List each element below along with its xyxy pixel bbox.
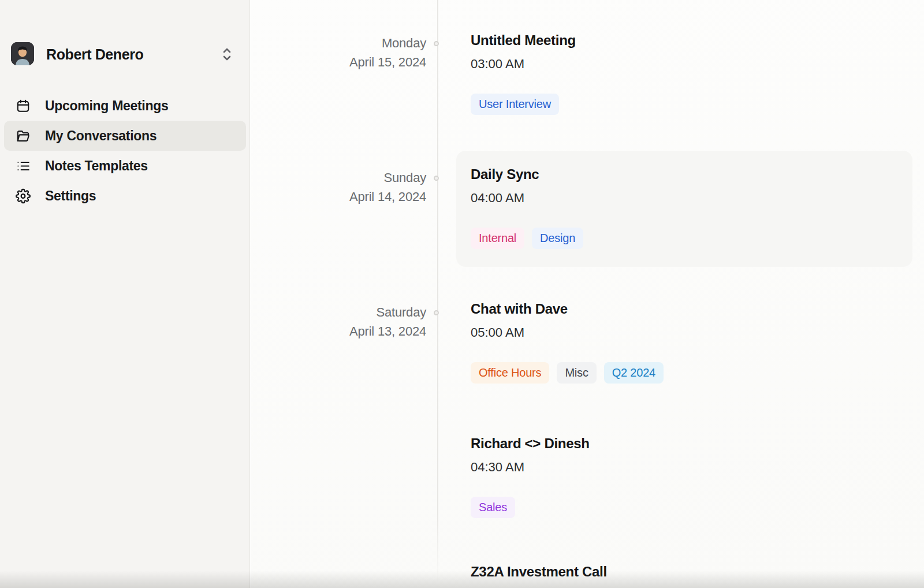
conversations-timeline: Monday April 15, 2024 Sunday April 14, 2…: [251, 0, 924, 588]
folder-icon: [15, 128, 31, 144]
meeting-time: 03:00 AM: [471, 56, 576, 72]
tag[interactable]: Misc: [557, 362, 596, 384]
avatar: [11, 42, 34, 65]
meeting-tags: Office Hours Misc Q2 2024: [471, 362, 664, 384]
user-name: Robert Denero: [46, 46, 143, 63]
tag[interactable]: Office Hours: [471, 362, 549, 384]
user-profile-switcher[interactable]: Robert Denero: [0, 42, 249, 67]
date-text: April 13, 2024: [285, 323, 426, 340]
tag[interactable]: Design: [532, 228, 583, 249]
meeting-time: 04:30 AM: [471, 459, 590, 475]
sidebar-item-label: Settings: [45, 188, 96, 204]
date-text: April 15, 2024: [285, 54, 426, 70]
day-name: Monday: [285, 35, 426, 51]
calendar-icon: [15, 98, 31, 114]
meeting-title: Z32A Investment Call: [471, 563, 607, 580]
timeline-dot: [434, 41, 439, 46]
app-window: Robert Denero Upcoming Meet: [0, 0, 924, 588]
tag[interactable]: Q2 2024: [604, 362, 664, 384]
gear-icon: [15, 188, 31, 204]
tag[interactable]: Sales: [471, 497, 515, 518]
meeting-title: Chat with Dave: [471, 300, 664, 318]
sidebar: Robert Denero Upcoming Meet: [0, 0, 250, 588]
list-icon: [15, 158, 31, 174]
sidebar-item-my-conversations[interactable]: My Conversations: [4, 121, 246, 151]
tag[interactable]: Internal: [471, 228, 524, 249]
meeting-entry[interactable]: Daily Sync 04:00 AM Internal Design: [471, 166, 583, 249]
meeting-entry-highlighted[interactable]: Daily Sync 04:00 AM Internal Design: [456, 151, 912, 267]
timeline-dot: [434, 176, 439, 181]
date-label: Saturday April 13, 2024: [285, 304, 426, 340]
meeting-entry[interactable]: Z32A Investment Call: [471, 563, 607, 580]
sidebar-item-label: My Conversations: [45, 128, 157, 144]
meeting-time: 05:00 AM: [471, 325, 664, 340]
meeting-time: 04:00 AM: [471, 190, 583, 206]
meeting-tags: Internal Design: [471, 228, 583, 249]
meeting-title: Richard <> Dinesh: [471, 435, 590, 452]
sidebar-item-settings[interactable]: Settings: [4, 181, 246, 211]
sidebar-item-label: Notes Templates: [45, 158, 148, 174]
timeline-dot: [434, 310, 439, 315]
meeting-entry[interactable]: Untitled Meeting 03:00 AM User Interview: [471, 32, 576, 115]
day-name: Saturday: [285, 304, 426, 321]
meeting-tags: Sales: [471, 497, 590, 518]
sidebar-item-label: Upcoming Meetings: [45, 98, 168, 114]
date-label: Monday April 15, 2024: [285, 35, 426, 70]
meeting-entry[interactable]: Chat with Dave 05:00 AM Office Hours Mis…: [471, 300, 664, 384]
day-name: Sunday: [285, 170, 426, 186]
meeting-entry[interactable]: Richard <> Dinesh 04:30 AM Sales: [471, 435, 590, 518]
tag[interactable]: User Interview: [471, 94, 559, 115]
sidebar-item-notes-templates[interactable]: Notes Templates: [4, 151, 246, 181]
date-text: April 14, 2024: [285, 189, 426, 205]
timeline-line: [437, 0, 438, 585]
meeting-title: Untitled Meeting: [471, 32, 576, 49]
sidebar-item-upcoming-meetings[interactable]: Upcoming Meetings: [4, 91, 246, 121]
meeting-tags: User Interview: [471, 94, 576, 115]
meeting-title: Daily Sync: [471, 166, 583, 183]
sidebar-menu: Upcoming Meetings My Conversations: [0, 91, 249, 211]
date-label: Sunday April 14, 2024: [285, 170, 426, 205]
chevron-up-down-icon[interactable]: [220, 47, 234, 62]
